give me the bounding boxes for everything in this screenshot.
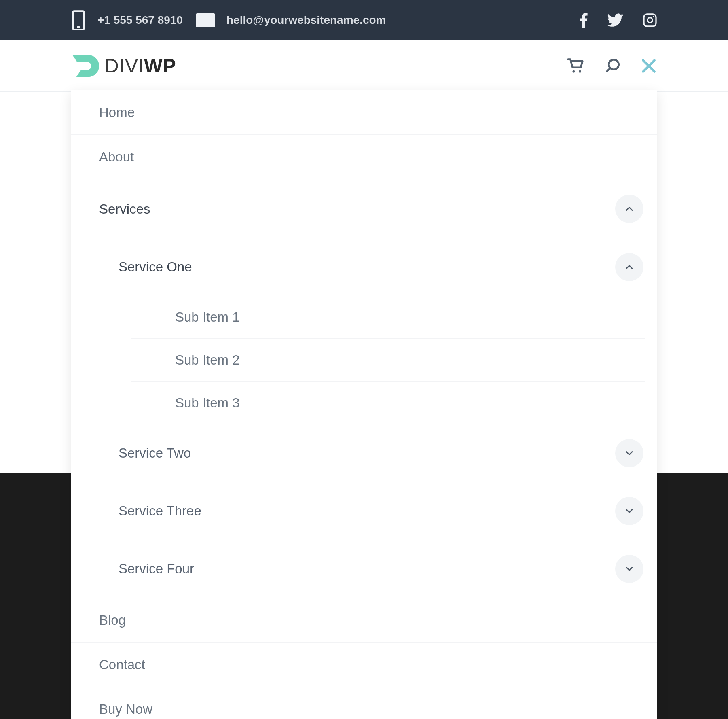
expand-toggle-service-one[interactable] bbox=[615, 253, 643, 281]
svg-point-4 bbox=[653, 16, 654, 17]
chevron-down-icon bbox=[624, 448, 635, 459]
topbar-email-group[interactable]: hello@yourwebsitename.com bbox=[196, 13, 386, 27]
close-icon[interactable] bbox=[640, 57, 657, 74]
menu-item-buy-now[interactable]: Buy Now bbox=[71, 687, 657, 719]
menu-item-sub-1[interactable]: Sub Item 1 bbox=[131, 296, 645, 338]
svg-line-8 bbox=[607, 68, 610, 71]
menu-item-contact[interactable]: Contact bbox=[71, 642, 657, 687]
expand-toggle-service-two[interactable] bbox=[615, 439, 643, 467]
menu-item-blog[interactable]: Blog bbox=[71, 598, 657, 642]
chevron-down-icon bbox=[624, 563, 635, 575]
menu-label-buy-now: Buy Now bbox=[99, 702, 152, 716]
menu-item-services[interactable]: Services bbox=[71, 179, 657, 238]
topbar-phone-text: +1 555 567 8910 bbox=[97, 14, 183, 27]
menu-item-home[interactable]: Home bbox=[71, 90, 657, 134]
menu-label-home: Home bbox=[99, 106, 135, 119]
email-icon bbox=[196, 13, 215, 27]
menu-item-about[interactable]: About bbox=[71, 134, 657, 179]
chevron-down-icon bbox=[624, 505, 635, 517]
menu-label-sub-1: Sub Item 1 bbox=[175, 310, 240, 324]
mobile-menu-panel: Home About Services Service One Sub Item… bbox=[71, 90, 657, 719]
twitter-icon[interactable] bbox=[607, 13, 623, 27]
menu-item-service-three[interactable]: Service Three bbox=[99, 482, 645, 540]
header-actions bbox=[567, 57, 657, 74]
phone-icon bbox=[71, 10, 86, 31]
expand-toggle-services[interactable] bbox=[615, 195, 643, 223]
topbar-socials bbox=[580, 13, 657, 28]
menu-item-sub-3[interactable]: Sub Item 3 bbox=[131, 381, 645, 424]
facebook-icon[interactable] bbox=[580, 13, 588, 28]
logo[interactable]: DIVIWP bbox=[71, 50, 567, 82]
topbar-phone-group[interactable]: +1 555 567 8910 bbox=[71, 10, 183, 31]
search-icon[interactable] bbox=[604, 57, 621, 74]
expand-toggle-service-three[interactable] bbox=[615, 497, 643, 525]
menu-label-sub-3: Sub Item 3 bbox=[175, 396, 240, 409]
menu-item-service-four[interactable]: Service Four bbox=[99, 540, 645, 598]
menu-label-blog: Blog bbox=[99, 613, 126, 627]
header: DIVIWP bbox=[0, 40, 728, 92]
svg-rect-2 bbox=[644, 14, 656, 26]
topbar: +1 555 567 8910 hello@yourwebsitename.co… bbox=[0, 0, 728, 40]
logo-text-part1: DIVI bbox=[105, 55, 144, 76]
svg-point-3 bbox=[648, 18, 653, 23]
chevron-up-icon bbox=[624, 261, 635, 273]
cart-icon[interactable] bbox=[567, 57, 584, 74]
menu-label-sub-2: Sub Item 2 bbox=[175, 353, 240, 367]
svg-point-6 bbox=[579, 70, 581, 72]
menu-label-service-three: Service Three bbox=[119, 503, 201, 519]
expand-toggle-service-four[interactable] bbox=[615, 555, 643, 583]
logo-mark-icon bbox=[71, 50, 102, 82]
chevron-up-icon bbox=[624, 203, 635, 214]
menu-label-service-two: Service Two bbox=[119, 445, 191, 461]
menu-label-services: Services bbox=[99, 202, 150, 216]
menu-label-service-four: Service Four bbox=[119, 561, 194, 577]
topbar-email-text: hello@yourwebsitename.com bbox=[226, 14, 386, 27]
menu-label-about: About bbox=[99, 150, 134, 163]
menu-label-contact: Contact bbox=[99, 658, 145, 671]
topbar-left: +1 555 567 8910 hello@yourwebsitename.co… bbox=[71, 10, 580, 31]
svg-point-5 bbox=[572, 70, 575, 72]
menu-item-sub-2[interactable]: Sub Item 2 bbox=[131, 338, 645, 381]
menu-item-service-one[interactable]: Service One bbox=[99, 238, 645, 296]
menu-label-service-one: Service One bbox=[119, 259, 192, 275]
logo-text-part2: WP bbox=[144, 55, 176, 76]
logo-text: DIVIWP bbox=[105, 55, 176, 77]
menu-item-service-two[interactable]: Service Two bbox=[99, 424, 645, 482]
instagram-icon[interactable] bbox=[643, 13, 657, 28]
